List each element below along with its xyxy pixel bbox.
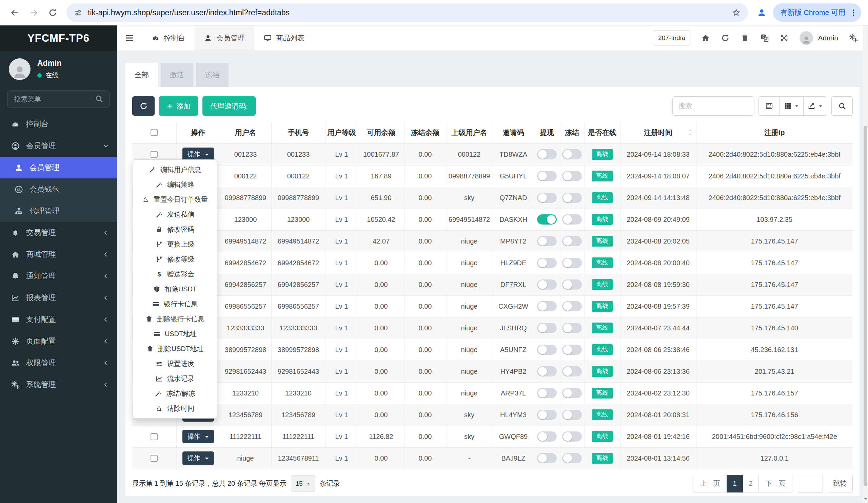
withdraw-toggle[interactable] [537,193,557,203]
dropdown-item[interactable]: 删除银行卡信息 [133,311,217,326]
dropdown-item[interactable]: 修改等级 [133,252,217,267]
row-checkbox[interactable] [151,151,158,158]
next-page-button[interactable]: 下一页 [758,475,792,492]
sidebar-item[interactable]: 系统管理 [0,374,117,396]
row-checkbox[interactable] [151,455,158,462]
freeze-toggle[interactable] [562,214,582,225]
dropdown-item[interactable]: 删除USDT地址 [133,341,217,356]
op-dropdown-button[interactable]: 操作 [183,430,214,443]
jump-page-input[interactable] [798,475,823,492]
withdraw-toggle[interactable] [537,366,557,377]
withdraw-toggle[interactable] [537,171,557,181]
dropdown-item[interactable]: 冻结/解冻 [133,386,217,401]
freeze-toggle[interactable] [562,301,582,311]
freeze-toggle[interactable] [562,366,582,377]
withdraw-toggle[interactable] [537,388,557,398]
withdraw-toggle[interactable] [537,149,557,160]
add-button[interactable]: 添加 [159,96,198,116]
freeze-toggle[interactable] [562,323,582,333]
browser-forward-icon[interactable] [26,5,41,20]
bookmark-star-icon[interactable] [732,9,741,17]
sidebar-item[interactable]: 会员管理 [0,135,117,157]
table-search-input[interactable] [672,96,754,116]
scrollbar[interactable] [863,25,868,503]
filter-tab[interactable]: 全部 [125,63,158,87]
freeze-toggle[interactable] [562,410,582,420]
dropdown-item[interactable]: USDT地址 [133,326,217,341]
browser-back-icon[interactable] [7,5,22,20]
dropdown-item[interactable]: 编辑策略 [133,177,217,192]
nav-tab[interactable]: 会员管理 [195,25,254,51]
dropdown-item[interactable]: 更换上级 [133,237,217,252]
row-checkbox[interactable] [151,433,158,440]
sidebar-item[interactable]: 权限管理 [0,352,117,374]
scrollbar-thumb[interactable] [864,126,867,486]
dropdown-item[interactable]: 重置今日订单数量 [133,192,217,207]
op-dropdown-button[interactable]: 操作 [183,451,214,465]
sort-control[interactable] [688,129,693,137]
sidebar-item[interactable]: 会员管理 [0,157,117,178]
nav-tab[interactable]: 商品列表 [254,25,314,51]
column-header[interactable]: 注册时间 [620,122,696,143]
sidebar-item[interactable]: 商城管理 [0,244,117,265]
filter-tab[interactable]: 激活 [161,63,193,87]
detail-view-button[interactable] [759,97,780,115]
dropdown-item[interactable]: 编辑用户信息 [133,162,217,177]
select-all-header[interactable] [132,122,176,143]
page-number-button[interactable]: 2 [743,475,759,492]
settings-gears-icon[interactable] [849,33,858,42]
withdraw-toggle[interactable] [537,323,557,333]
url-bar[interactable]: tik-api.hwym.shop/super/user.user/index.… [66,3,748,22]
op-dropdown-button[interactable]: 操作 [183,147,214,161]
browser-menu-icon[interactable] [849,9,858,17]
freeze-toggle[interactable] [562,279,582,290]
dropdown-item[interactable]: 设置进度 [133,356,217,371]
withdraw-toggle[interactable] [537,301,557,311]
site-info-icon[interactable] [74,9,82,17]
freeze-toggle[interactable] [562,193,582,203]
dropdown-item[interactable]: $赠送彩金 [133,267,217,281]
chrome-update-button[interactable]: 有新版 Chrome 可用 [773,3,861,22]
sidebar-item[interactable]: 支付配置 [0,309,117,330]
env-button[interactable]: 207-India [653,31,690,45]
dropdown-item[interactable]: 扣除USDT [133,281,217,296]
prev-page-button[interactable]: 上一页 [693,475,727,492]
withdraw-toggle[interactable] [537,410,557,420]
sidebar-toggle-icon[interactable] [117,25,142,51]
scrollbar-down-arrow[interactable] [864,498,867,501]
withdraw-toggle[interactable] [537,345,557,355]
nav-tab[interactable]: 控制台 [142,25,195,51]
sidebar-item[interactable]: cc会员钱包 [0,178,117,200]
page-size-select[interactable]: 15 [291,475,315,492]
sidebar-item[interactable]: ฿交易管理 [0,222,117,244]
sidebar-item[interactable]: 控制台 [0,113,117,135]
freeze-toggle[interactable] [562,171,582,181]
fullscreen-icon[interactable] [780,33,789,42]
sidebar-item[interactable]: 代理管理 [0,200,117,222]
agent-invite-code-button[interactable]: 代理邀请码: [203,96,256,116]
sidebar-item[interactable]: 页面配置 [0,330,117,352]
page-number-button[interactable]: 1 [727,475,743,492]
withdraw-toggle[interactable] [537,453,557,463]
refresh-table-button[interactable] [132,96,155,116]
dropdown-item[interactable]: 发送私信 [133,207,217,222]
columns-button[interactable] [780,97,804,115]
dropdown-item[interactable]: 流水记录 [133,371,217,386]
filter-tab[interactable]: 冻结 [196,63,228,87]
freeze-toggle[interactable] [562,258,582,268]
withdraw-toggle[interactable] [537,236,557,246]
withdraw-toggle[interactable] [537,214,557,225]
freeze-toggle[interactable] [562,345,582,355]
freeze-toggle[interactable] [562,431,582,442]
jump-button[interactable]: 跳转 [827,475,853,492]
dropdown-item[interactable]: 修改密码 [133,222,217,237]
home-icon[interactable] [701,33,710,42]
sidebar-item[interactable]: 报表管理 [0,287,117,309]
sidebar-search-input[interactable] [8,90,110,108]
browser-profile-icon[interactable] [754,5,770,20]
sidebar-item[interactable]: 通知管理 [0,265,117,287]
translate-icon[interactable]: 文A [760,33,769,42]
navbar-user-menu[interactable]: Admin [799,31,838,45]
browser-reload-icon[interactable] [45,5,60,20]
freeze-toggle[interactable] [562,388,582,398]
